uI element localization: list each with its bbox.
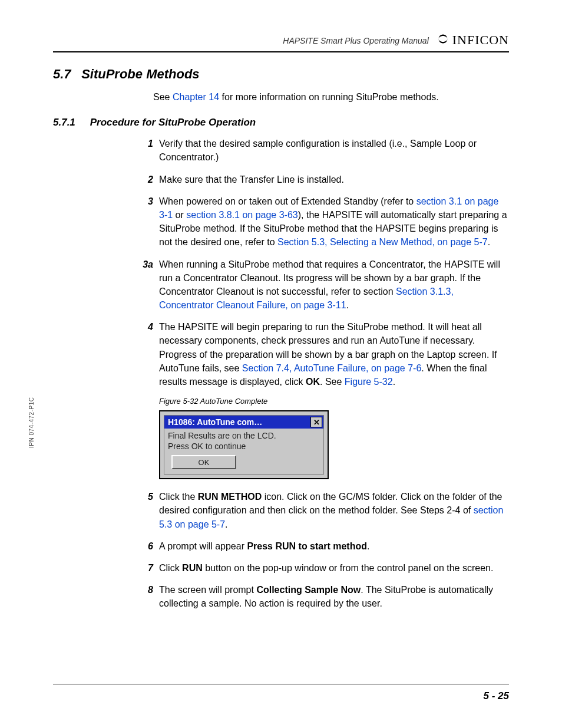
- bold-collecting: Collecting Sample Now: [256, 585, 361, 595]
- text: . See: [320, 377, 345, 387]
- dialog-body: Final Results are on the LCD. Press OK t…: [164, 429, 323, 474]
- list-item: 8 The screen will prompt Collecting Samp…: [141, 583, 509, 610]
- dialog-titlebar: H1086: AutoTune com… ✕: [164, 416, 323, 429]
- step-number: 1: [141, 137, 159, 164]
- brand-logo: INFICON: [437, 32, 509, 48]
- step-number: 8: [141, 583, 159, 610]
- procedure-list-continued: 5 Click the RUN METHOD icon. Click on th…: [141, 490, 509, 610]
- step-text: The HAPSITE will begin preparing to run …: [159, 320, 509, 388]
- step-number: 4: [141, 320, 159, 388]
- list-item: 3 When powered on or taken out of Extend…: [141, 195, 509, 249]
- link-section-3-8-1[interactable]: section 3.8.1 on page 3-63: [186, 210, 297, 220]
- section-title: SituProbe Methods: [81, 67, 199, 81]
- text: Click the: [159, 492, 198, 502]
- page-header: HAPSITE Smart Plus Operating Manual INFI…: [53, 32, 509, 48]
- section-heading: 5.7 SituProbe Methods: [53, 67, 509, 82]
- text: .: [367, 541, 369, 551]
- header-rule: [53, 51, 509, 52]
- list-item: 7 Click RUN button on the pop-up window …: [141, 561, 509, 575]
- step-number: 3: [141, 195, 159, 249]
- link-section-5-3[interactable]: Section 5.3, Selecting a New Method, on …: [277, 237, 488, 247]
- subsection-number: 5.7.1: [53, 117, 87, 129]
- bold-run: RUN: [182, 563, 203, 573]
- bold-run-method: RUN METHOD: [198, 492, 262, 502]
- step-text: Make sure that the Transfer Line is inst…: [159, 173, 509, 186]
- figure-autotune-dialog: H1086: AutoTune com… ✕ Final Results are…: [159, 410, 329, 479]
- text: Click: [159, 563, 182, 573]
- procedure-list: 1 Verify that the desired sample configu…: [141, 137, 509, 388]
- dialog-line2: Press OK to continue: [168, 442, 320, 452]
- subsection-heading: 5.7.1 Procedure for SituProbe Operation: [53, 117, 509, 129]
- text: .: [225, 519, 227, 529]
- link-figure-5-32[interactable]: Figure 5-32: [345, 377, 393, 387]
- link-section-7-4[interactable]: Section 7.4, AutoTune Failure, on page 7…: [242, 363, 422, 373]
- step-text: The screen will prompt Collecting Sample…: [159, 583, 509, 610]
- text: or: [173, 210, 186, 220]
- close-button[interactable]: ✕: [310, 417, 322, 427]
- figure-caption: Figure 5-32 AutoTune Complete: [159, 397, 509, 406]
- bold-ok: OK: [306, 377, 320, 387]
- text: for more information on running SituProb…: [219, 92, 439, 102]
- step-number: 2: [141, 173, 159, 186]
- list-item: 2 Make sure that the Transfer Line is in…: [141, 173, 509, 186]
- side-ipn-code: IPN 074-472-P1C: [28, 397, 35, 448]
- text: .: [393, 377, 395, 387]
- inficon-swirl-icon: [437, 33, 449, 47]
- list-item: 1 Verify that the desired sample configu…: [141, 137, 509, 164]
- ok-button[interactable]: OK: [171, 455, 236, 469]
- text: When powered on or taken out of Extended…: [159, 196, 416, 206]
- step-number: 7: [141, 561, 159, 575]
- footer-rule: [53, 684, 509, 684]
- section-intro: See Chapter 14 for more information on r…: [153, 90, 509, 104]
- dialog-line1: Final Results are on the LCD.: [168, 431, 320, 442]
- page-footer: 5 - 25: [53, 684, 509, 702]
- step-text: When running a SituProbe method that req…: [159, 258, 509, 312]
- step-number: 6: [141, 539, 159, 553]
- step-number: 3a: [141, 258, 159, 312]
- subsection-title: Procedure for SituProbe Operation: [90, 117, 256, 128]
- brand-name: INFICON: [452, 32, 509, 48]
- list-item: 6 A prompt will appear Press RUN to star…: [141, 539, 509, 553]
- close-icon: ✕: [313, 418, 320, 427]
- step-text: When powered on or taken out of Extended…: [159, 195, 509, 249]
- text: button on the pop-up window or from the …: [203, 563, 494, 573]
- list-item: 3a When running a SituProbe method that …: [141, 258, 509, 312]
- bold-press-run: Press RUN to start method: [247, 541, 367, 551]
- step-text: Verify that the desired sample configura…: [159, 137, 509, 164]
- step-number: 5: [141, 490, 159, 531]
- list-item: 5 Click the RUN METHOD icon. Click on th…: [141, 490, 509, 531]
- dialog-title: H1086: AutoTune com…: [168, 417, 310, 427]
- text: .: [488, 237, 490, 247]
- text: See: [153, 92, 173, 102]
- dialog-window: H1086: AutoTune com… ✕ Final Results are…: [164, 415, 324, 475]
- step-text: Click the RUN METHOD icon. Click on the …: [159, 490, 509, 531]
- page-number: 5 - 25: [53, 690, 509, 702]
- section-number: 5.7: [53, 67, 78, 82]
- text: A prompt will appear: [159, 541, 247, 551]
- link-chapter-14[interactable]: Chapter 14: [173, 92, 219, 102]
- step-text: Click RUN button on the pop-up window or…: [159, 561, 509, 575]
- text: The screen will prompt: [159, 585, 256, 595]
- text: .: [346, 300, 349, 310]
- list-item: 4 The HAPSITE will begin preparing to ru…: [141, 320, 509, 388]
- step-text: A prompt will appear Press RUN to start …: [159, 539, 509, 553]
- manual-title: HAPSITE Smart Plus Operating Manual: [283, 36, 428, 48]
